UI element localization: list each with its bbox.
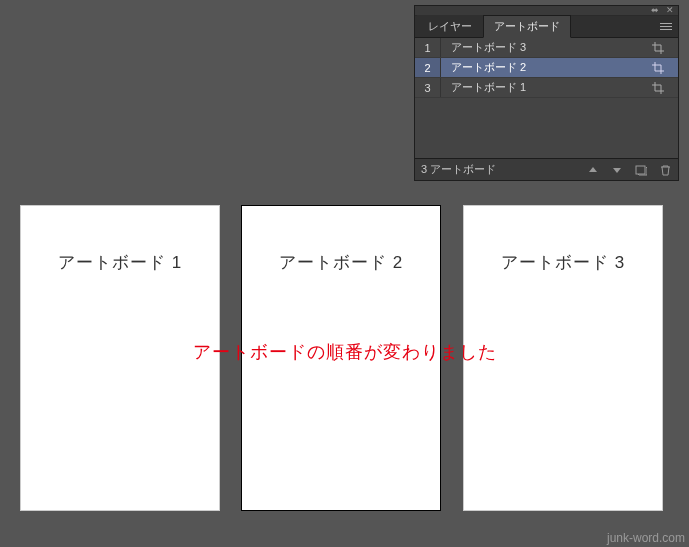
row-name: アートボード 2	[441, 60, 652, 75]
artboard-label: アートボード 3	[464, 251, 662, 274]
canvas-area: アートボード 1 アートボード 2 アートボード 3 アートボードの順番が変わり…	[0, 0, 689, 547]
crop-icon[interactable]	[652, 42, 678, 54]
tab-artboards[interactable]: アートボード	[483, 15, 571, 38]
move-up-icon[interactable]	[586, 163, 600, 177]
list-row[interactable]: 1 アートボード 3	[415, 38, 678, 58]
close-icon[interactable]: ✕	[665, 6, 674, 15]
annotation-text: アートボードの順番が変わりました	[0, 340, 689, 364]
artboard-label: アートボード 2	[242, 251, 440, 274]
watermark: junk-word.com	[607, 531, 685, 545]
collapse-icon[interactable]: ⬌	[650, 6, 659, 15]
delete-icon[interactable]	[658, 163, 672, 177]
row-name: アートボード 3	[441, 40, 652, 55]
crop-icon[interactable]	[652, 82, 678, 94]
artboard-list: 1 アートボード 3 2 アートボード 2 3 アートボード 1	[415, 38, 678, 158]
move-down-icon[interactable]	[610, 163, 624, 177]
footer-count-label: 3 アートボード	[421, 162, 586, 177]
panel-tabs: レイヤー アートボード	[415, 16, 678, 38]
crop-icon[interactable]	[652, 62, 678, 74]
svg-rect-0	[636, 166, 645, 174]
artboards-panel: ⬌ ✕ レイヤー アートボード 1 アートボード 3 2 アートボード 2	[414, 5, 679, 181]
artboard-label: アートボード 1	[21, 251, 219, 274]
row-name: アートボード 1	[441, 80, 652, 95]
list-row[interactable]: 3 アートボード 1	[415, 78, 678, 98]
tab-layers[interactable]: レイヤー	[417, 15, 483, 37]
row-number: 1	[415, 38, 441, 57]
panel-menu-icon[interactable]	[658, 19, 674, 33]
row-number: 3	[415, 78, 441, 97]
list-row[interactable]: 2 アートボード 2	[415, 58, 678, 78]
panel-footer: 3 アートボード	[415, 158, 678, 180]
row-number: 2	[415, 58, 441, 77]
footer-icons	[586, 163, 672, 177]
new-artboard-icon[interactable]	[634, 163, 648, 177]
